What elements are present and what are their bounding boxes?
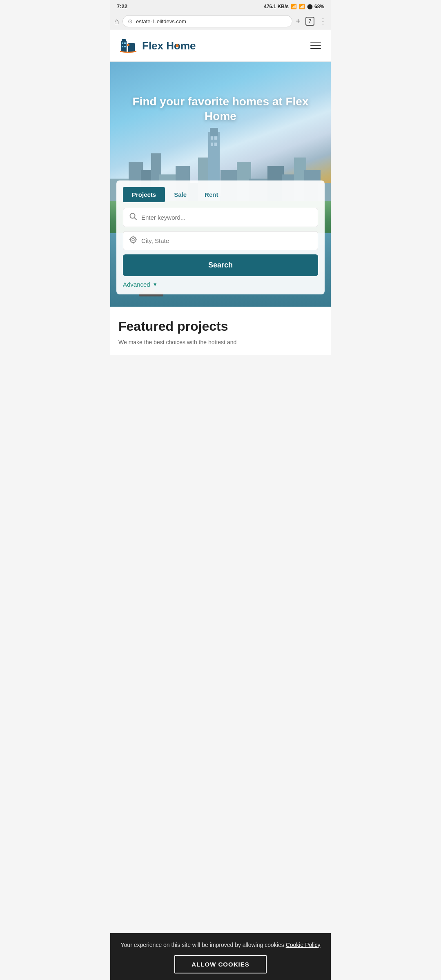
brand-name: Flex Home [142, 40, 196, 52]
advanced-arrow-icon: ▼ [153, 282, 158, 287]
tab-count-button[interactable]: 7 [305, 17, 314, 26]
search-button[interactable]: Search [123, 254, 318, 276]
svg-point-36 [130, 237, 136, 243]
svg-rect-15 [210, 128, 218, 136]
url-bar[interactable]: ⊙ estate-1.elitdevs.com [122, 15, 292, 27]
battery-icon: ⬤ [307, 4, 312, 9]
browser-menu-button[interactable]: ⋮ [319, 17, 327, 26]
logo-area: Flex Home [118, 36, 196, 56]
browser-home-button[interactable]: ⌂ [114, 17, 119, 26]
location-icon [129, 236, 137, 246]
keyword-input[interactable] [141, 214, 312, 221]
featured-title: Featured projects [118, 319, 323, 334]
svg-rect-2 [122, 39, 126, 42]
svg-rect-30 [214, 143, 217, 146]
battery-percent: 68% [314, 4, 324, 9]
svg-rect-4 [122, 42, 123, 44]
hamburger-menu-button[interactable] [309, 41, 323, 51]
status-bar: 7:22 476.1 KB/s 📶 📶 ⬤ 68% [110, 0, 331, 13]
time-display: 7:22 [117, 3, 127, 9]
advanced-row: Advanced ▼ [123, 281, 318, 288]
site-header: Flex Home [110, 30, 331, 62]
location-input-wrap [123, 231, 318, 250]
svg-point-34 [130, 214, 135, 218]
url-security-icon: ⊙ [128, 18, 133, 24]
url-text: estate-1.elitdevs.com [136, 18, 186, 24]
svg-rect-7 [124, 46, 126, 47]
svg-rect-27 [211, 136, 213, 140]
search-tabs: Projects Sale Rent [123, 187, 318, 202]
tab-projects[interactable]: Projects [123, 187, 165, 202]
spacer [110, 355, 331, 388]
search-icon [129, 212, 137, 223]
svg-rect-6 [122, 46, 123, 47]
location-input[interactable] [141, 237, 312, 244]
svg-rect-29 [211, 143, 213, 146]
svg-rect-5 [124, 42, 126, 44]
svg-point-8 [127, 44, 129, 46]
tab-sale[interactable]: Sale [165, 187, 196, 202]
advanced-link[interactable]: Advanced [123, 281, 150, 288]
featured-section: Featured projects We make the best choic… [110, 307, 331, 355]
logo-icon [118, 36, 138, 56]
status-indicators: 476.1 KB/s 📶 📶 ⬤ 68% [264, 4, 324, 9]
wifi-icon: 📶 [291, 4, 297, 9]
search-card: Projects Sale Rent [116, 180, 325, 294]
hero-headline: Find your favorite homes at Flex Home [118, 94, 323, 124]
tab-rent[interactable]: Rent [196, 187, 227, 202]
svg-point-37 [132, 238, 134, 241]
hero-section: Find your favorite homes at Flex Home Pr… [110, 62, 331, 307]
featured-subtitle: We make the best choices with the hottes… [118, 338, 323, 347]
keyword-input-wrap [123, 208, 318, 227]
svg-line-35 [135, 218, 137, 220]
new-tab-button[interactable]: + [296, 17, 301, 26]
signal-icon: 📶 [299, 4, 305, 9]
svg-rect-28 [214, 136, 217, 140]
browser-actions: + 7 ⋮ [296, 17, 327, 26]
speed-indicator: 476.1 KB/s [264, 4, 289, 9]
browser-bar: ⌂ ⊙ estate-1.elitdevs.com + 7 ⋮ [110, 13, 331, 30]
